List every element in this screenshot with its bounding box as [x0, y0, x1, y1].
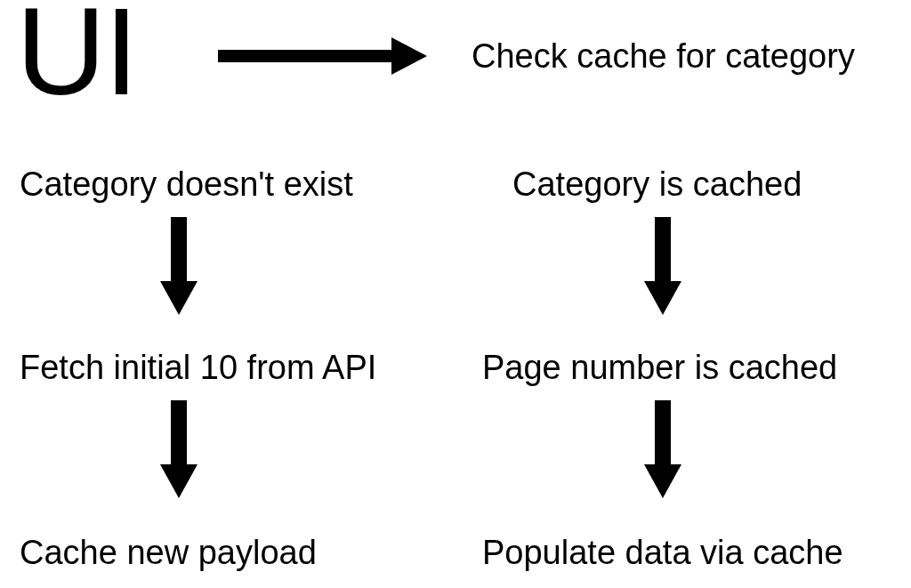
arrow-right-icon — [218, 34, 427, 78]
node-category-cached: Category is cached — [512, 165, 802, 204]
svg-marker-1 — [391, 37, 427, 75]
node-ui-entry: UI — [16, 0, 137, 114]
node-category-not-exist: Category doesn't exist — [20, 165, 353, 204]
svg-marker-7 — [160, 464, 198, 498]
node-page-cached: Page number is cached — [482, 349, 837, 387]
node-check-cache: Check cache for category — [472, 37, 855, 76]
arrow-down-icon — [157, 217, 201, 315]
arrow-down-icon — [641, 217, 685, 315]
node-populate: Populate data via cache — [482, 534, 843, 572]
svg-marker-3 — [160, 281, 198, 315]
arrow-down-icon — [641, 400, 685, 498]
node-cache-payload: Cache new payload — [20, 534, 317, 572]
arrow-down-icon — [157, 400, 201, 498]
flow-diagram: UI Check cache for category Category doe… — [0, 0, 911, 588]
svg-marker-5 — [644, 281, 681, 315]
node-fetch-initial: Fetch initial 10 from API — [20, 349, 376, 387]
svg-marker-9 — [644, 464, 681, 498]
